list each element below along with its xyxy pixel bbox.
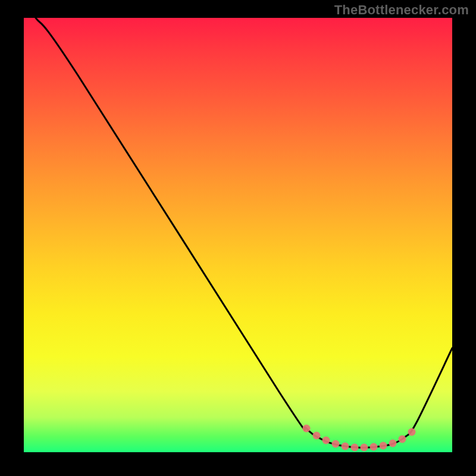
watermark-text: TheBottlenecker.com [334,2,469,18]
curve-path [36,18,452,447]
trough-marker [380,442,387,450]
trough-marker [332,440,340,448]
trough-marker [399,436,406,443]
trough-marker [313,432,321,440]
trough-marker [303,425,311,433]
trough-marker [389,440,397,447]
chart-frame: TheBottlenecker.com [0,0,476,476]
plot-area [24,18,452,452]
trough-marker [408,428,416,436]
trough-marker [361,444,368,452]
trough-marker [370,443,378,451]
trough-marker [342,443,349,450]
trough-marker [351,444,359,452]
bottleneck-curve [24,18,452,452]
trough-marker [322,437,330,444]
